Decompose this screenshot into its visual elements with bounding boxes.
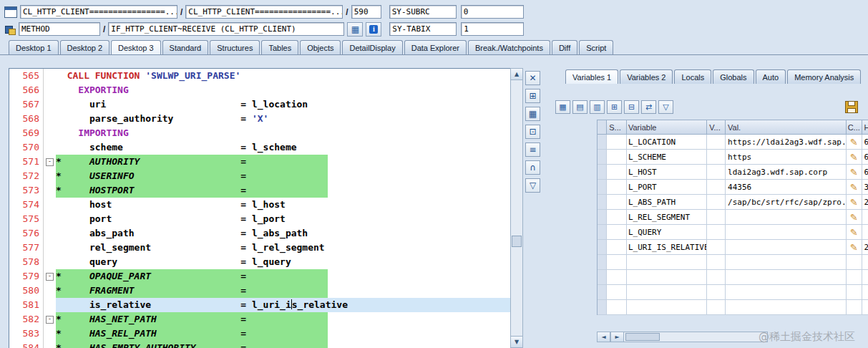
- include-field[interactable]: CL_HTTP_CLIENT================...: [185, 5, 343, 19]
- tab-variables-2[interactable]: Variables 2: [620, 69, 673, 84]
- line-number[interactable]: 579: [9, 269, 44, 284]
- edit-value-icon[interactable]: ✎: [850, 153, 858, 162]
- tab-detaildisplay[interactable]: DetailDisplay: [342, 40, 402, 54]
- event-type-field[interactable]: METHOD: [19, 22, 100, 36]
- transfer-icon[interactable]: ⇄: [641, 100, 656, 114]
- code-text[interactable]: rel_segment = l_rel_segment: [56, 241, 325, 255]
- code-text[interactable]: scheme = l_scheme: [56, 140, 297, 155]
- header-v[interactable]: V...: [707, 120, 726, 135]
- code-text[interactable]: parse_authority = 'X': [56, 112, 268, 126]
- table-remove-icon[interactable]: ▥: [590, 100, 605, 114]
- save-icon[interactable]: [845, 101, 858, 113]
- cell-value[interactable]: [726, 225, 847, 240]
- row-selector[interactable]: [598, 225, 607, 240]
- header-selector[interactable]: [598, 120, 607, 135]
- code-text[interactable]: * FRAGMENT =: [56, 284, 328, 298]
- maximize-tool-icon[interactable]: ⊡: [525, 125, 540, 139]
- row-selector[interactable]: [598, 150, 607, 165]
- new-tool-icon[interactable]: ⊞: [525, 89, 540, 103]
- tab-globals[interactable]: Globals: [713, 69, 754, 84]
- line-number[interactable]: 572: [9, 169, 44, 183]
- row-selector[interactable]: [598, 135, 607, 150]
- tab-tables[interactable]: Tables: [261, 40, 298, 54]
- fold-toggle-icon[interactable]: -: [46, 273, 54, 281]
- tab-auto[interactable]: Auto: [756, 69, 786, 84]
- line-number[interactable]: 580: [9, 284, 44, 298]
- line-number[interactable]: 582: [9, 312, 44, 327]
- code-text[interactable]: is_relative = l_uri_is_relative: [56, 298, 511, 312]
- abap-code-editor[interactable]: 565 CALL FUNCTION 'SWLWP_URI_PARSE'566 E…: [9, 68, 512, 348]
- cell-variable[interactable]: L_URI_IS_RELATIVE: [627, 240, 707, 255]
- variables-hscrollbar[interactable]: ◄ ►: [597, 332, 768, 342]
- tab-structures[interactable]: Structures: [210, 40, 260, 54]
- columns-icon[interactable]: ⊞: [607, 100, 622, 114]
- close-tool-icon[interactable]: ✕: [525, 71, 540, 85]
- scroll-left-button[interactable]: ◄: [597, 332, 610, 342]
- event-name-field[interactable]: IF_HTTP_CLIENT~RECEIVE (CL_HTTP_CLIENT): [108, 22, 344, 36]
- line-number[interactable]: 568: [9, 112, 44, 126]
- code-text[interactable]: * USERINFO =: [56, 169, 328, 183]
- cell-value[interactable]: https: [726, 150, 847, 165]
- code-text[interactable]: host = l_host: [56, 198, 286, 212]
- tab-break-watchpoints[interactable]: Break./Watchpoints: [468, 40, 550, 54]
- edit-value-icon[interactable]: ✎: [850, 168, 858, 177]
- header-variable[interactable]: Variable: [627, 120, 707, 135]
- line-number[interactable]: 566: [9, 83, 44, 97]
- cell-value[interactable]: 44356: [726, 180, 847, 195]
- edit-value-icon[interactable]: ✎: [850, 228, 858, 237]
- code-text[interactable]: port = l_port: [56, 212, 286, 226]
- row-selector[interactable]: [598, 165, 607, 180]
- code-text[interactable]: uri = l_location: [56, 97, 308, 112]
- line-number[interactable]: 577: [9, 241, 44, 255]
- edit-value-icon[interactable]: ✎: [850, 213, 858, 222]
- row-selector[interactable]: [598, 210, 607, 225]
- cell-value[interactable]: https://ldai2ag3.wdf.sap...: [726, 135, 847, 150]
- header-c[interactable]: C...: [847, 120, 862, 135]
- hscrollbar-thumb[interactable]: [625, 333, 660, 341]
- code-text[interactable]: EXPORTING: [56, 83, 129, 97]
- edit-value-icon[interactable]: ✎: [850, 137, 858, 147]
- cell-value[interactable]: ldai2ag3.wdf.sap.corp: [726, 165, 847, 180]
- table-add-icon[interactable]: ▤: [572, 100, 587, 114]
- cell-variable[interactable]: L_QUERY: [627, 225, 707, 240]
- line-number[interactable]: 570: [9, 140, 44, 155]
- line-number[interactable]: 567: [9, 97, 44, 112]
- line-number[interactable]: 571: [9, 155, 44, 169]
- code-text[interactable]: CALL FUNCTION 'SWLWP_URI_PARSE': [56, 69, 240, 83]
- tab-diff[interactable]: Diff: [552, 40, 577, 54]
- scroll-up-button[interactable]: ▲: [511, 69, 522, 80]
- line-number[interactable]: 575: [9, 212, 44, 226]
- row-selector[interactable]: [598, 240, 607, 255]
- tab-desktop-2[interactable]: Desktop 2: [60, 40, 110, 54]
- tab-locals[interactable]: Locals: [674, 69, 711, 84]
- display-as-table-button[interactable]: ▦: [347, 22, 363, 37]
- fold-toggle-icon[interactable]: -: [46, 316, 54, 324]
- tab-variables-1[interactable]: Variables 1: [565, 69, 618, 84]
- sy-subrc-value-field[interactable]: 0: [461, 5, 524, 19]
- row-selector[interactable]: [598, 195, 607, 210]
- table-edit-icon[interactable]: ▦: [555, 100, 570, 114]
- sy-tabix-field[interactable]: SY-TABIX: [389, 22, 457, 36]
- info-button[interactable]: i: [366, 22, 381, 37]
- tab-data-explorer[interactable]: Data Explorer: [404, 40, 467, 54]
- edit-value-icon[interactable]: ✎: [850, 198, 858, 207]
- swap-tool-icon[interactable]: ▽: [525, 178, 540, 193]
- line-number[interactable]: 576: [9, 226, 44, 241]
- line-number[interactable]: 583: [9, 327, 44, 341]
- main-program-field[interactable]: CL_HTTP_CLIENT================...: [20, 5, 177, 19]
- line-number-field[interactable]: 590: [351, 5, 381, 19]
- tab-desktop-3[interactable]: Desktop 3: [111, 40, 161, 54]
- code-text[interactable]: * OPAQUE_PART =: [56, 269, 328, 284]
- cell-variable[interactable]: L_REL_SEGMENT: [627, 210, 707, 225]
- line-number[interactable]: 569: [9, 126, 44, 140]
- edit-value-icon[interactable]: ✎: [850, 243, 858, 252]
- code-text[interactable]: query = l_query: [56, 255, 291, 269]
- header-val[interactable]: Val.: [726, 120, 847, 135]
- code-text[interactable]: * AUTHORITY =: [56, 155, 328, 169]
- sy-subrc-field[interactable]: SY-SUBRC: [389, 5, 457, 19]
- fold-toggle-icon[interactable]: -: [46, 158, 54, 166]
- line-number[interactable]: 578: [9, 255, 44, 269]
- tab-memory-analysis[interactable]: Memory Analysis: [787, 69, 861, 84]
- line-number[interactable]: 584: [9, 341, 44, 348]
- code-text[interactable]: abs_path = l_abs_path: [56, 226, 308, 241]
